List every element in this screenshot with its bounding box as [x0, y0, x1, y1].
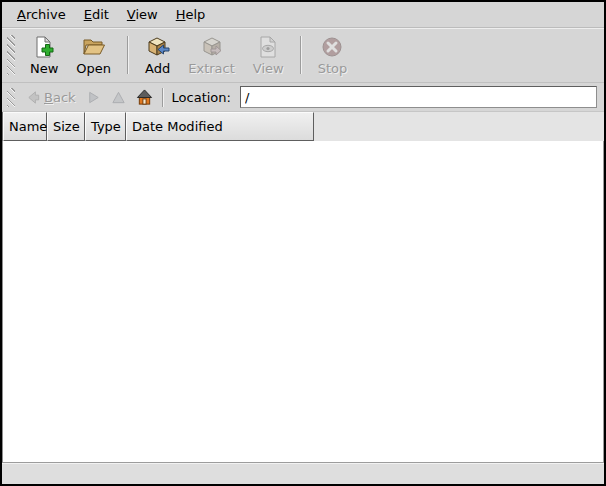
open-archive-icon [82, 35, 106, 59]
home-button[interactable] [131, 87, 158, 108]
back-button-label: Back [44, 90, 76, 105]
toolbar-separator [300, 36, 302, 74]
view-file-button[interactable]: View [244, 31, 293, 80]
open-button-label: Open [76, 61, 111, 76]
stop-button[interactable]: Stop [309, 31, 357, 80]
menu-view[interactable]: View [118, 3, 167, 26]
menu-archive[interactable]: Archive [8, 3, 75, 26]
stop-icon [320, 35, 344, 59]
view-button-label: View [253, 61, 284, 76]
up-arrow-icon [111, 90, 126, 105]
toolbar-grip-handle[interactable] [7, 35, 15, 75]
column-header-type[interactable]: Type [85, 112, 126, 141]
back-arrow-icon [26, 90, 41, 105]
status-bar [2, 463, 604, 484]
navbar-grip-handle[interactable] [7, 88, 15, 107]
navigation-bar: Back Location: [2, 83, 604, 112]
menu-help-label: Help [176, 7, 206, 22]
back-button[interactable]: Back [21, 88, 81, 107]
column-header-filler [314, 112, 604, 141]
column-header-date-modified[interactable]: Date Modified [126, 112, 314, 141]
extract-button-label: Extract [188, 61, 235, 76]
forward-arrow-icon [86, 90, 101, 105]
menu-bar: Archive Edit View Help [2, 2, 604, 28]
toolbar-separator [127, 36, 129, 74]
menu-edit-label: Edit [84, 7, 109, 22]
menu-help[interactable]: Help [167, 3, 215, 26]
new-button-label: New [30, 61, 58, 76]
file-list-area[interactable] [2, 141, 604, 463]
open-archive-button[interactable]: Open [67, 31, 120, 80]
add-button-label: Add [145, 61, 170, 76]
new-archive-icon [32, 35, 56, 59]
add-files-icon [146, 35, 170, 59]
column-header-name[interactable]: Name [3, 112, 47, 141]
extract-icon [200, 35, 224, 59]
column-header-size[interactable]: Size [47, 112, 85, 141]
menu-edit[interactable]: Edit [75, 3, 118, 26]
location-label: Location: [172, 90, 231, 105]
add-files-button[interactable]: Add [136, 31, 179, 80]
navbar-separator [162, 88, 164, 107]
menu-archive-label: Archive [17, 7, 66, 22]
archive-manager-window: Archive Edit View Help New Ope [0, 0, 606, 486]
home-icon [136, 89, 153, 106]
main-toolbar: New Open Add [2, 28, 604, 83]
up-button[interactable] [106, 88, 131, 107]
view-file-icon [256, 35, 280, 59]
menu-view-label: View [127, 7, 158, 22]
extract-button[interactable]: Extract [179, 31, 244, 80]
stop-button-label: Stop [318, 61, 348, 76]
new-archive-button[interactable]: New [21, 31, 67, 80]
column-header-row: Name Size Type Date Modified [2, 112, 604, 141]
forward-button[interactable] [81, 88, 106, 107]
location-input[interactable] [240, 86, 597, 108]
